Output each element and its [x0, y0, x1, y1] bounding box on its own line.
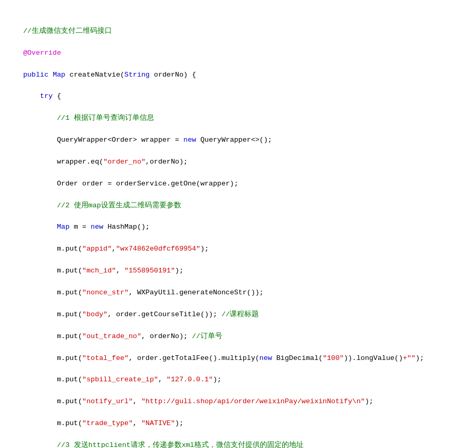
code-line: m.put("nonce_str", WXPayUtil.generateNon…	[6, 288, 470, 298]
code-line: m.put("mch_id", "1558950191");	[6, 266, 470, 277]
code-line: Order order = orderService.getOne(wrappe…	[6, 179, 470, 190]
code-line: m.put("notify_url", "http://guli.shop/ap…	[6, 396, 470, 407]
code-line: QueryWrapper<Order> wrapper = new QueryW…	[6, 135, 470, 146]
code-line: //1 根据订单号查询订单信息	[6, 113, 470, 124]
code-line: m.put("out_trade_no", orderNo); //订单号	[6, 331, 470, 342]
code-line: Map m = new HashMap();	[6, 222, 470, 233]
code-line: m.put("spbill_create_ip", "127.0.0.1");	[6, 375, 470, 385]
code-line: m.put("trade_type", "NATIVE");	[6, 418, 470, 429]
code-line: try {	[6, 91, 470, 102]
code-line: //生成微信支付二维码接口	[6, 26, 470, 37]
code-line: m.put("body", order.getCourseTitle()); /…	[6, 309, 470, 320]
code-editor: //生成微信支付二维码接口 @Override public Map creat…	[0, 0, 476, 448]
code-line: @Override	[6, 48, 470, 59]
code-line: //3 发送httpclient请求，传递参数xml格式，微信支付提供的固定的地…	[6, 440, 470, 448]
code-line: m.put("total_fee", order.getTotalFee().m…	[6, 353, 470, 364]
code-line: m.put("appid","wx74862e0dfcf69954");	[6, 244, 470, 255]
code-line: wrapper.eq("order_no",orderNo);	[6, 157, 470, 168]
code-line: //2 使用map设置生成二维码需要参数	[6, 201, 470, 211]
code-line: public Map createNatvie(String orderNo) …	[6, 70, 470, 81]
